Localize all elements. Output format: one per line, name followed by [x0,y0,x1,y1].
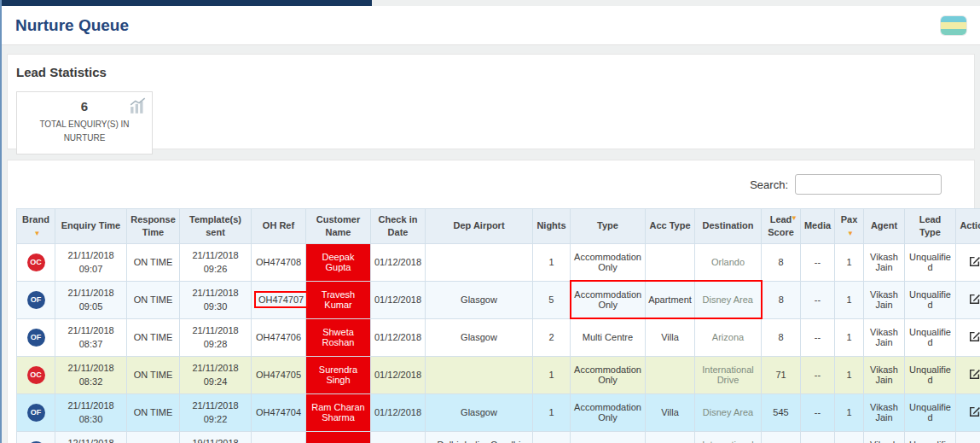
total-enquiries-card[interactable]: 6 TOTAL ENQUIRY(S) IN NURTURE [16,91,153,154]
cell-lead-type: Unqualified [905,318,956,356]
cell-oh-ref: OH474705 [252,356,306,393]
cell-lead-type: Unqualified [905,356,956,393]
sort-arrow-icon: ▼ [847,230,854,237]
column-header-destination[interactable]: Destination [695,209,762,244]
column-header-lead-score[interactable]: Lead Score▼ [762,209,801,244]
column-label: Media [804,220,831,230]
cell-action [956,356,980,393]
brand-badge: OF [27,291,45,309]
column-header-templates-sent[interactable]: Template(s) sent [180,209,252,244]
edit-icon[interactable] [969,405,980,417]
bar-chart-icon [129,96,148,119]
cell-nights: 10 [533,431,571,443]
brand-badge: OF [27,404,45,422]
brand-badge: OF [27,329,45,347]
column-header-agent[interactable]: Agent [864,209,905,244]
cell-pax: 1 [835,393,864,431]
column-header-oh-ref[interactable]: OH Ref [252,209,306,244]
cell-destination: International Drive [695,431,762,443]
table-body: OC21/11/2018 09:07ON TIME21/11/2018 09:2… [17,243,980,443]
cell-lead-type: Unqualified [905,431,956,443]
table-head-row: Brand▼Enquiry TimeResponse TimeTemplate(… [17,209,980,244]
column-header-pax[interactable]: Pax▼ [835,209,864,244]
column-header-response-time[interactable]: Response Time [127,209,180,244]
column-header-action[interactable]: Action [956,209,980,244]
table-row[interactable]: OF21/11/2018 08:30ON TIME21/11/2018 09:2… [17,393,980,431]
table-row[interactable]: OF21/11/2018 09:05ON TIME21/11/2018 09:3… [17,281,980,318]
column-header-dep-airport[interactable]: Dep Airport [426,209,533,244]
cell-pax: 1 [835,356,864,393]
column-label: Agent [871,220,897,230]
edit-icon[interactable] [969,255,980,267]
column-header-enquiry-time[interactable]: Enquiry Time [55,209,127,244]
column-header-brand[interactable]: Brand▼ [17,209,55,244]
main-content: Lead Statistics 6 TOTAL ENQUIRY(S) IN NU… [2,45,980,443]
cell-nights: 1 [533,243,571,281]
table-row[interactable]: OC21/11/2018 09:07ON TIME21/11/2018 09:2… [17,243,980,281]
cell-templates-sent: 21/11/2018 09:26 [180,243,252,281]
cell-response-time: ON TIME [127,393,180,431]
cell-destination: Disney Area [695,281,762,318]
cell-action [956,281,980,318]
cell-oh-ref: OH474707 [252,281,306,318]
cell-lead-score: 545 [762,393,801,431]
cell-agent: Vikash Jain [864,243,905,281]
table-row[interactable]: OF12/11/2018 18:05--1min19/11/2018 10:08… [17,431,980,443]
cell-check-in-date: 01/12/2018 [371,393,426,431]
sort-arrow-icon: ▼ [34,230,41,237]
edit-icon[interactable] [969,330,980,342]
cell-type: Accommodation Only [571,281,646,318]
cell-templates-sent: 21/11/2018 09:30 [180,281,252,318]
cell-check-in-date: 01/12/2018 [371,243,426,281]
cell-dep-airport: Glasgow [426,393,533,431]
column-header-customer-name[interactable]: Customer Name [306,209,371,244]
edit-icon[interactable] [969,368,980,380]
cell-enquiry-time: 21/11/2018 09:05 [55,281,127,318]
cell-enquiry-time: 21/11/2018 08:32 [55,356,127,393]
cell-nights: 5 [533,281,571,318]
cell-dep-airport [426,356,533,393]
cell-templates-sent: 21/11/2018 09:28 [180,318,252,356]
column-label: OH Ref [263,220,294,230]
table-row[interactable]: OC21/11/2018 08:32ON TIME21/11/2018 09:2… [17,356,980,393]
cell-customer-name: Deepak Gupta [306,243,371,281]
column-label: Customer Name [316,214,360,237]
cell-nights: 1 [533,393,571,431]
search-input[interactable] [795,174,942,195]
brand-logo-icon[interactable] [941,16,966,35]
column-label: Action [960,220,980,230]
edit-icon[interactable] [969,293,980,305]
top-navigation-bar [2,0,372,6]
cell-acc-type [646,356,695,393]
cell-brand: OF [17,393,55,431]
cell-type: Accommodation Only [571,243,646,281]
column-label: Type [597,220,618,230]
cell-lead-score: 546 [762,431,801,443]
cell-response-time: ON TIME [127,243,180,281]
cell-agent: Vikash Jain [864,356,905,393]
cell-enquiry-time: 21/11/2018 08:37 [55,318,127,356]
column-header-lead-type[interactable]: Lead Type [905,209,956,244]
cell-oh-ref: OH474708 [252,243,306,281]
cell-templates-sent: 21/11/2018 09:24 [180,356,252,393]
column-header-type[interactable]: Type [571,209,646,244]
cell-pax: 1 [835,431,864,443]
cell-customer-name: Travesh Kumar [306,281,371,318]
column-header-check-in-date[interactable]: Check in Date [371,209,426,244]
cell-media: -- [801,243,835,281]
cell-response-time: --1min [127,431,180,443]
cell-destination: International Drive [695,356,762,393]
cell-enquiry-time: 12/11/2018 18:05 [55,431,127,443]
cell-media: -- [801,318,835,356]
column-header-media[interactable]: Media [801,209,835,244]
column-header-acc-type[interactable]: Acc Type [646,209,695,244]
cell-type: Multi Centre [571,318,646,356]
cell-customer-name: Ram Charan Sharma [306,393,371,431]
column-header-nights[interactable]: Nights [533,209,571,244]
cell-customer-name: Shweta Roshan [306,318,371,356]
column-label: Dep Airport [453,220,504,230]
cell-acc-type: Hotel [646,431,695,443]
cell-media: -- [801,431,835,443]
cell-oh-ref: OH474706 [252,318,306,356]
table-row[interactable]: OF21/11/2018 08:37ON TIME21/11/2018 09:2… [17,318,980,356]
